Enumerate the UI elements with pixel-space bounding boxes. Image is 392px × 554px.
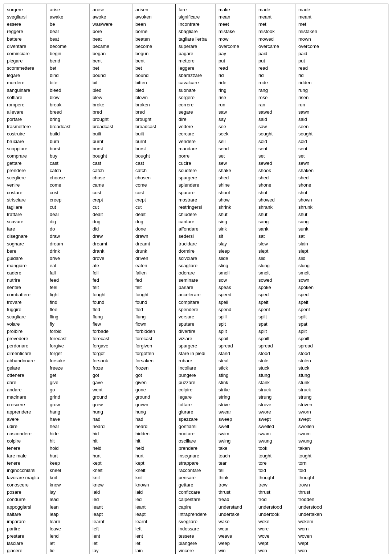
list-item: imparare [7, 518, 44, 525]
list-item: tell [219, 467, 252, 474]
list-item: cut [135, 204, 172, 211]
list-item: burn [50, 138, 86, 145]
list-item: mettere [179, 57, 212, 65]
list-item: mistaken [298, 28, 332, 35]
list-item: meet [219, 21, 252, 28]
list-item: let [135, 540, 172, 547]
list-item: trasmettere [7, 123, 44, 130]
list-item: forecast [50, 335, 86, 342]
list-item: made [298, 6, 332, 13]
list-item: get [50, 372, 86, 379]
list-item: overcome [298, 43, 332, 50]
list-item: intraprendere [179, 511, 212, 518]
list-item: sawed [258, 109, 292, 116]
list-item: fell [93, 269, 129, 277]
list-item: trodden [298, 496, 332, 503]
list-item: hear [50, 423, 86, 430]
list-item: arisen [135, 6, 172, 13]
list-item: saltare [7, 511, 44, 518]
list-item: see [219, 123, 252, 130]
list-item: lain [135, 547, 172, 554]
list-item: ridden [298, 79, 332, 86]
list-item: led [93, 496, 129, 503]
list-item: said [298, 116, 332, 123]
list-item: find [50, 299, 86, 306]
list-item: essere [7, 21, 44, 28]
list-item: thought [298, 474, 332, 481]
list-item: hid [93, 430, 129, 437]
list-item: vedere [179, 123, 212, 130]
list-item: hurt [50, 452, 86, 460]
list-item: tenere [7, 445, 44, 452]
list-item: eat [50, 262, 86, 269]
list-item: mowed [258, 36, 292, 43]
list-item: bound [135, 72, 172, 79]
list-item: bought [135, 152, 172, 160]
list-item: sewn [298, 160, 332, 167]
list-item: met [258, 21, 292, 28]
list-item: portare [7, 116, 44, 123]
list-item: udire [7, 423, 44, 430]
list-item: leave [50, 525, 86, 533]
list-item: combattere [7, 291, 44, 298]
list-item: capire [179, 504, 212, 511]
list-item: read [219, 65, 252, 72]
list-item: leapt [93, 511, 129, 518]
list-item: sognare [7, 240, 44, 248]
list-item: costruire [7, 130, 44, 138]
list-item: slain [298, 240, 332, 248]
list-item: grown [135, 401, 172, 408]
list-item: run [298, 101, 332, 109]
list-item: swept [258, 416, 292, 423]
list-item: became [93, 43, 129, 50]
list-item: split [258, 328, 292, 335]
list-item: show [219, 196, 252, 204]
list-item: shrink [219, 204, 252, 211]
list-item: crept [93, 196, 129, 204]
list-item: bled [135, 87, 172, 94]
list-item: bleed [50, 87, 86, 94]
list-item: swore [258, 408, 292, 416]
list-item: leant [93, 504, 129, 511]
list-item: burst [135, 145, 172, 152]
list-item: taken [298, 445, 332, 452]
list-item: giurare [179, 408, 212, 416]
list-item: borne [135, 28, 172, 35]
list-item: fought [135, 291, 172, 298]
list-item: spelt [258, 299, 292, 306]
list-item: heard [135, 423, 172, 430]
list-item: feel [50, 284, 86, 291]
list-item: tagliare [7, 204, 44, 211]
list-item: woke [258, 518, 292, 525]
list-item: beat [93, 36, 129, 43]
list-item: did [93, 225, 129, 233]
list-item: rung [298, 87, 332, 94]
list-item: sown [298, 277, 332, 284]
list-item: diventare [7, 43, 44, 50]
list-item: bred [135, 109, 172, 116]
list-item: crescere [7, 401, 44, 408]
list-item: lent [135, 533, 172, 540]
list-item: go [50, 386, 86, 394]
list-item: knit [93, 474, 129, 481]
list-item: have [50, 416, 86, 423]
list-item: wake [219, 518, 252, 525]
list-item: fed [135, 277, 172, 284]
list-item: cost [93, 189, 129, 196]
list-item: burst [93, 145, 129, 152]
list-item: sank [258, 225, 292, 233]
list-item: porre [179, 152, 212, 160]
list-item: drove [93, 255, 129, 262]
list-item: reggere [7, 28, 44, 35]
list-item: gettare [179, 481, 212, 489]
list-item: spezzare [179, 416, 212, 423]
list-item: sputare [179, 321, 212, 328]
list-item: forsook [93, 357, 129, 364]
list-item: venire [7, 182, 44, 189]
list-item: soffiare [7, 94, 44, 101]
list-item: kept [135, 460, 172, 467]
list-item: hide [50, 430, 86, 437]
list-item: strike [219, 386, 252, 394]
list-item: known [135, 481, 172, 489]
list-item: bere [7, 248, 44, 255]
